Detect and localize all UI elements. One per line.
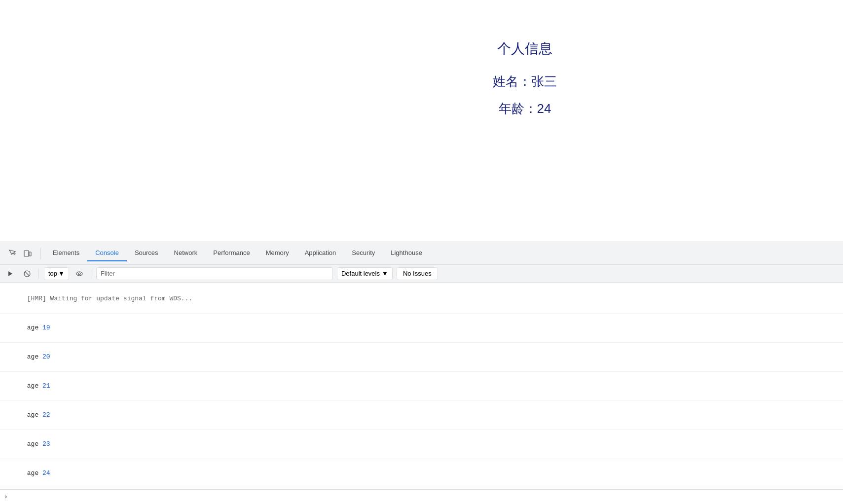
console-separator	[38, 269, 39, 279]
console-input[interactable]	[11, 493, 839, 501]
default-levels-button[interactable]: Default levels ▼	[337, 267, 393, 280]
age-value-2: 20	[42, 353, 50, 360]
age-prefix-4: age	[27, 411, 42, 419]
context-label: top	[48, 270, 57, 277]
tab-lighthouse[interactable]: Lighthouse	[383, 245, 430, 261]
device-toolbar-button[interactable]	[21, 247, 35, 260]
console-line-age-21: age 21	[0, 372, 843, 401]
devtools-tabs-bar: Elements Console Sources Network Perform…	[0, 242, 843, 265]
tab-sources[interactable]: Sources	[127, 245, 166, 261]
svg-rect-0	[24, 251, 29, 256]
hmr-text: [HMR] Waiting for update signal from WDS…	[27, 295, 192, 302]
devtools-tabs: Elements Console Sources Network Perform…	[43, 245, 841, 261]
age-label: 年龄：24	[493, 100, 557, 117]
svg-point-5	[76, 272, 82, 276]
console-line-age-24: age 24	[0, 459, 843, 488]
eye-icon-button[interactable]	[73, 267, 86, 280]
tab-application[interactable]: Application	[297, 245, 344, 261]
console-line-age-23: age 23	[0, 430, 843, 459]
run-snippet-button[interactable]	[4, 267, 17, 280]
page-title: 个人信息	[493, 39, 557, 58]
toolbar-icons	[2, 247, 38, 260]
age-prefix-3: age	[27, 382, 42, 390]
tab-console[interactable]: Console	[87, 245, 127, 261]
no-issues-label: No Issues	[403, 270, 432, 277]
tab-memory[interactable]: Memory	[258, 245, 297, 261]
context-selector[interactable]: top ▼	[44, 267, 69, 280]
name-label: 姓名：张三	[493, 73, 557, 90]
toolbar-separator	[40, 248, 41, 259]
filter-input[interactable]	[96, 267, 333, 280]
tab-performance[interactable]: Performance	[205, 245, 257, 261]
clear-console-button[interactable]	[21, 267, 34, 280]
devtools-panel: Elements Console Sources Network Perform…	[0, 242, 843, 504]
tab-security[interactable]: Security	[344, 245, 383, 261]
page-info: 个人信息 姓名：张三 年龄：24	[493, 39, 557, 127]
default-levels-label: Default levels	[341, 270, 380, 277]
console-output: [HMR] Waiting for update signal from WDS…	[0, 283, 843, 489]
svg-marker-2	[8, 271, 12, 276]
age-value-3: 21	[42, 382, 50, 390]
age-value-4: 22	[42, 411, 50, 419]
context-dropdown-icon: ▼	[58, 270, 65, 277]
console-line-hmr: [HMR] Waiting for update signal from WDS…	[0, 285, 843, 314]
console-separator-2	[91, 269, 91, 279]
console-line-age-19: age 19	[0, 314, 843, 343]
default-levels-chevron-icon: ▼	[382, 270, 388, 277]
age-value-6: 24	[42, 469, 50, 477]
console-toolbar: top ▼ Default levels ▼ No Issues	[0, 265, 843, 283]
console-prompt-icon: ›	[4, 493, 8, 501]
tab-network[interactable]: Network	[166, 245, 206, 261]
age-value-1: 19	[42, 324, 50, 331]
age-prefix-1: age	[27, 324, 42, 331]
svg-rect-1	[29, 252, 31, 256]
age-prefix-2: age	[27, 353, 42, 360]
tab-elements[interactable]: Elements	[45, 245, 87, 261]
age-prefix-5: age	[27, 440, 42, 448]
no-issues-button[interactable]: No Issues	[397, 267, 438, 280]
console-input-row: ›	[0, 489, 843, 504]
console-line-age-22: age 22	[0, 401, 843, 430]
page-content: 个人信息 姓名：张三 年龄：24	[0, 0, 843, 242]
inspect-element-button[interactable]	[6, 247, 20, 260]
svg-line-4	[26, 272, 29, 275]
console-line-age-20: age 20	[0, 343, 843, 372]
svg-point-6	[78, 273, 80, 275]
age-prefix-6: age	[27, 469, 42, 477]
age-value-5: 23	[42, 440, 50, 448]
